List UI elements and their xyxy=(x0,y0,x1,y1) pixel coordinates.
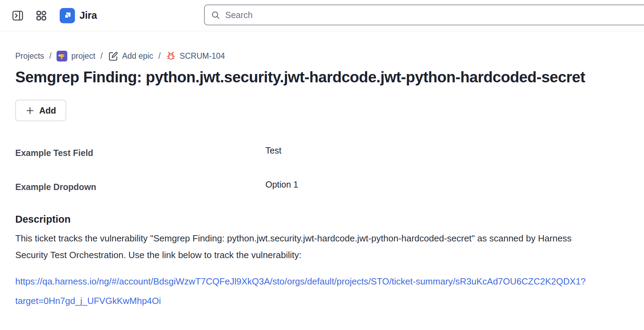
sidebar-expand-icon xyxy=(11,9,24,22)
breadcrumb-add-epic[interactable]: Add epic xyxy=(108,51,153,61)
breadcrumb-add-epic-label: Add epic xyxy=(122,51,153,61)
jira-home-link[interactable]: Jira xyxy=(60,8,97,23)
add-button-label: Add xyxy=(39,106,56,116)
description-body[interactable]: This ticket tracks the vulnerability "Se… xyxy=(15,230,605,263)
description-heading: Description xyxy=(15,214,644,225)
vulnerability-link[interactable]: https://qa.harness.io/ng/#/account/Bdsgi… xyxy=(15,276,586,306)
breadcrumb-projects-label: Projects xyxy=(15,51,44,61)
breadcrumb-separator: / xyxy=(101,51,103,61)
field-label: Example Dropdown xyxy=(15,180,265,192)
app-name: Jira xyxy=(79,10,97,21)
edit-icon xyxy=(108,51,118,61)
app-grid-icon xyxy=(35,10,47,22)
add-button[interactable]: Add xyxy=(15,100,66,121)
field-row-example-dropdown: Example Dropdown Option 1 xyxy=(15,180,644,192)
description-link-wrap: https://qa.harness.io/ng/#/account/Bdsgi… xyxy=(15,272,605,311)
field-value-example-dropdown[interactable]: Option 1 xyxy=(265,180,644,190)
breadcrumb-issue-key[interactable]: SCRUM-104 xyxy=(166,51,225,61)
breadcrumb-issue-key-label: SCRUM-104 xyxy=(180,51,225,61)
search-icon xyxy=(211,10,220,20)
issue-view: Projects / project / xyxy=(0,51,644,311)
issue-title: Semgrep Finding: python.jwt.security.jwt… xyxy=(15,68,605,86)
project-avatar-icon xyxy=(57,51,67,61)
field-label: Example Test Field xyxy=(15,146,265,158)
breadcrumb-separator: / xyxy=(49,51,51,61)
breadcrumb: Projects / project / xyxy=(15,51,644,61)
plus-icon xyxy=(25,106,35,115)
breadcrumb-project[interactable]: project xyxy=(57,51,95,61)
breadcrumb-project-label: project xyxy=(71,51,95,61)
custom-fields: Example Test Field Test Example Dropdown… xyxy=(15,146,644,192)
field-row-example-test-field: Example Test Field Test xyxy=(15,146,644,158)
field-value-example-test-field[interactable]: Test xyxy=(265,146,644,156)
global-search[interactable] xyxy=(204,5,644,25)
breadcrumb-projects[interactable]: Projects xyxy=(15,51,44,61)
search-input[interactable] xyxy=(225,10,572,20)
breadcrumb-separator: / xyxy=(158,51,160,61)
top-bar: Jira xyxy=(0,0,644,31)
bug-icon xyxy=(166,51,176,61)
jira-logo-icon xyxy=(60,8,75,23)
sidebar-expand-button[interactable] xyxy=(11,9,24,22)
app-switcher-button[interactable] xyxy=(35,9,48,22)
